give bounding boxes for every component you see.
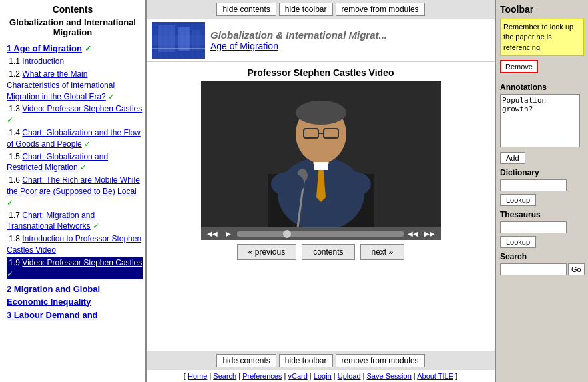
checkmark-1-6: ✓ [7, 198, 13, 207]
toc-link-1-1[interactable]: Introduction [22, 57, 64, 66]
add-annotation-button[interactable]: Add [500, 152, 525, 164]
svg-rect-4 [192, 30, 201, 50]
annotations-label: Annotations [500, 83, 584, 92]
toc-item-1-8: 1.8 Introduction to Professor Stephen Ca… [7, 233, 143, 256]
footer-upload-link[interactable]: Upload [338, 372, 361, 380]
toc-link-1-3[interactable]: Video: Professor Stephen Castles [22, 104, 142, 113]
svg-point-11 [296, 101, 346, 125]
toc-item-1-7: 1.7 Chart: Migration and Transnational N… [7, 210, 143, 233]
video-frame[interactable] [201, 81, 441, 227]
toc-link-1-6[interactable]: Chart: The Rich are Mobile While the Poo… [7, 175, 140, 196]
dictionary-lookup-button[interactable]: Lookup [500, 194, 536, 206]
thesaurus-label: Thesaurus [500, 210, 584, 219]
header-title: Globalization & International Migrat... [210, 29, 387, 41]
thesaurus-lookup-button[interactable]: Lookup [500, 236, 536, 248]
top-toolbar: hide contents hide toolbar remove from m… [147, 0, 495, 19]
footer-search-link[interactable]: Search [213, 372, 236, 380]
footer-vcard-link[interactable]: vCard [288, 372, 307, 380]
svg-point-19 [271, 172, 304, 196]
pause-button[interactable]: ▶ [224, 229, 233, 238]
footer-home-link[interactable]: Home [188, 372, 207, 380]
toc-link-1[interactable]: 1 Age of Migration [7, 43, 82, 53]
sidebar-module-title: Globalization and International Migratio… [3, 17, 143, 37]
search-label: Search [500, 252, 584, 261]
footer-login-link[interactable]: Login [314, 372, 332, 380]
hide-toolbar-top-button[interactable]: hide toolbar [279, 3, 333, 16]
toc-item-1-5: 1.5 Chart: Globalization and Restricted … [7, 151, 143, 174]
sidebar: Contents Globalization and International… [0, 0, 147, 382]
contents-button[interactable]: contents [302, 244, 354, 260]
progress-indicator [283, 230, 291, 238]
toc-link-1-5[interactable]: Chart: Globalization and Restricted Migr… [7, 152, 108, 173]
checkmark-1-3: ✓ [7, 115, 13, 125]
header-thumbnail [152, 22, 205, 59]
hide-contents-top-button[interactable]: hide contents [216, 3, 276, 16]
volume-icon: ◀◀ [408, 230, 418, 237]
toc-item-1: 1 Age of Migration ✓ [7, 43, 143, 55]
dictionary-input[interactable] [500, 179, 567, 191]
remove-button[interactable]: Remove [500, 60, 538, 73]
footer-preferences-link[interactable]: Preferences [242, 372, 282, 380]
toc-item-1-9: 1.9 Video: Professor Stephen Castles ✓ [7, 257, 143, 280]
video-area: Professor Stephen Castles Video [147, 62, 495, 351]
volume-up-button[interactable]: ▶▶ [422, 229, 437, 238]
right-toolbar: Toolbar Remember to look up the paper he… [495, 0, 588, 382]
checkmark-1-4: ✓ [84, 139, 91, 149]
nav-buttons: « previous contents next » [237, 244, 404, 260]
toc-link-2[interactable]: 2 Migration and Global Economic Inequali… [7, 284, 100, 306]
checkmark-1-9: ✓ [7, 269, 13, 279]
svg-rect-16 [314, 162, 328, 170]
dictionary-label: Dictionary [500, 168, 584, 177]
toc-link-3[interactable]: 3 Labour Demand and [7, 310, 98, 320]
toc-item-1-3: 1.3 Video: Professor Stephen Castles ✓ [7, 103, 143, 126]
video-title: Professor Stephen Castles Video [248, 67, 394, 78]
content-header: Globalization & International Migrat... … [147, 19, 495, 62]
header-text-area: Globalization & International Migrat... … [210, 29, 387, 51]
dictionary-row [500, 179, 584, 191]
footer-links: [ Home | Search | Preferences | vCard | … [147, 370, 495, 382]
search-input[interactable] [500, 263, 567, 275]
footer-save-session-link[interactable]: Save Session [367, 372, 412, 380]
checkmark-1: ✓ [85, 44, 91, 53]
note-box: Remember to look up the paper he is refe… [500, 19, 584, 56]
toc-item-1-2: 1.2 What are the Main Characteristics of… [7, 69, 143, 102]
video-figure [201, 81, 441, 227]
toc-item-1-6: 1.6 Chart: The Rich are Mobile While the… [7, 175, 143, 208]
remove-from-modules-top-button[interactable]: remove from modules [336, 3, 425, 16]
toc-link-1-9[interactable]: Video: Professor Stephen Castles [22, 258, 142, 267]
toc-link-1-4[interactable]: Chart: Globalization and the Flow of Goo… [7, 128, 141, 149]
remove-from-modules-bottom-button[interactable]: remove from modules [336, 354, 425, 367]
checkmark-1-5: ✓ [80, 163, 87, 172]
video-controls: ◀◀ ▶ ◀◀ ▶▶ [201, 227, 441, 240]
toc-link-1-7[interactable]: Chart: Migration and Transnational Netwo… [7, 211, 95, 231]
toc-item-1-4: 1.4 Chart: Globalization and the Flow of… [7, 127, 143, 150]
note-text: Remember to look up the paper he is refe… [503, 23, 573, 51]
search-go-button[interactable]: Go [568, 263, 585, 275]
right-toolbar-title: Toolbar [500, 4, 584, 15]
footer-about-link[interactable]: About TILE [417, 372, 453, 380]
annotation-textarea[interactable] [500, 94, 580, 147]
toc-item-1-1: 1.1 Introduction [7, 56, 143, 67]
hide-contents-bottom-button[interactable]: hide contents [216, 354, 276, 367]
previous-button[interactable]: « previous [237, 244, 296, 260]
header-subtitle-link[interactable]: Age of Migration [210, 41, 387, 51]
main-content: hide contents hide toolbar remove from m… [147, 0, 495, 382]
play-button[interactable]: ◀◀ [205, 229, 220, 238]
svg-rect-1 [152, 35, 205, 45]
toc-item-2: 2 Migration and Global Economic Inequali… [7, 283, 143, 307]
svg-rect-3 [178, 27, 190, 51]
svg-rect-0 [152, 22, 205, 59]
hide-toolbar-bottom-button[interactable]: hide toolbar [279, 354, 333, 367]
toc-list: 1 Age of Migration ✓ 1.1 Introduction 1.… [3, 43, 143, 321]
thesaurus-row [500, 221, 584, 233]
progress-bar[interactable] [237, 231, 404, 237]
svg-rect-2 [158, 25, 175, 52]
bottom-toolbar: hide contents hide toolbar remove from m… [147, 351, 495, 370]
checkmark-1-2: ✓ [108, 92, 115, 101]
thesaurus-input[interactable] [500, 221, 567, 233]
next-button[interactable]: next » [360, 244, 405, 260]
sidebar-title: Contents [3, 4, 143, 15]
toc-link-1-2[interactable]: What are the Main Characteristics of Int… [7, 69, 115, 101]
toc-link-1-8[interactable]: Introduction to Professor Stephen Castle… [7, 234, 141, 255]
checkmark-1-7: ✓ [93, 221, 99, 231]
